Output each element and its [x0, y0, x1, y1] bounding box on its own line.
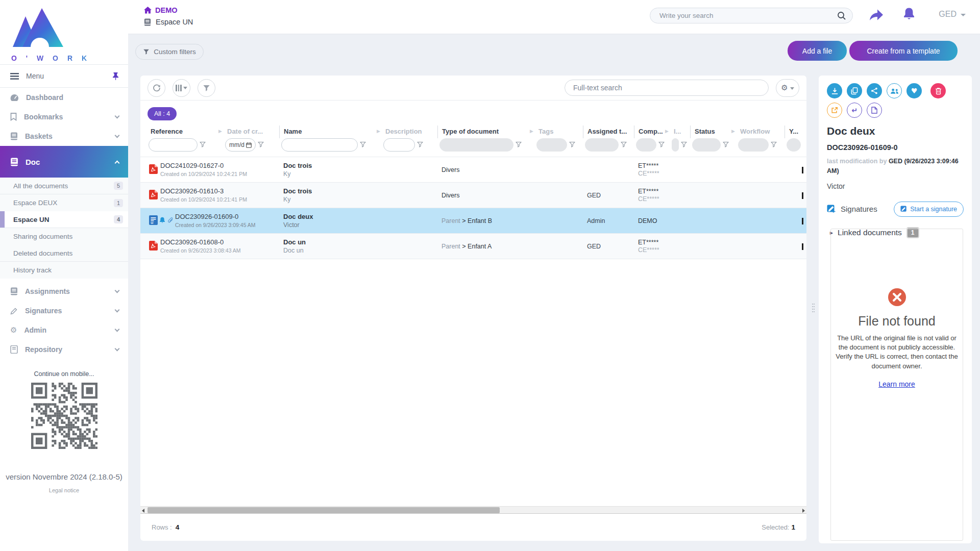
learn-more-link[interactable]: Learn more: [878, 380, 915, 388]
sidebar-item-espace-un[interactable]: Espace UN 4: [0, 211, 128, 228]
sidebar-item-doc[interactable]: Doc: [0, 146, 128, 178]
refresh-button[interactable]: [148, 79, 165, 97]
calendar-icon: [246, 142, 252, 148]
funnel-icon[interactable]: [621, 140, 627, 149]
sidebar-item-all-documents[interactable]: All the documents 5: [0, 178, 128, 194]
document-type: Parent > Enfant A: [442, 243, 530, 250]
column-date[interactable]: Date of cr...: [223, 126, 279, 138]
funnel-icon[interactable]: [771, 140, 777, 149]
horizontal-scrollbar[interactable]: [140, 506, 806, 514]
column-workflow[interactable]: Workflow: [736, 126, 785, 138]
start-signature-button[interactable]: Start a signature: [894, 202, 964, 217]
global-search-input[interactable]: [659, 12, 837, 19]
scroll-right-arrow[interactable]: [802, 509, 805, 513]
funnel-icon[interactable]: [723, 140, 729, 149]
column-i[interactable]: I...: [670, 126, 690, 138]
funnel-icon[interactable]: [569, 140, 575, 149]
sidebar-item-repository[interactable]: Repository: [0, 340, 128, 359]
column-tags[interactable]: Tags: [534, 126, 583, 138]
funnel-icon[interactable]: [417, 140, 423, 149]
sidebar-item-bookmarks[interactable]: Bookmarks: [0, 107, 128, 127]
funnel-icon[interactable]: [681, 140, 687, 149]
last-modification: last modification by GED (9/26/2023 3:09…: [827, 157, 964, 176]
panel-resize-handle[interactable]: [811, 304, 814, 312]
brand-wordmark: O ' W O R K: [11, 54, 128, 62]
scrollbar-thumb[interactable]: [148, 507, 500, 513]
download-button[interactable]: [827, 83, 842, 98]
funnel-icon[interactable]: [360, 140, 366, 149]
table-row-selected[interactable]: w DOC230926-01609-0 Created on 9/26/2023…: [140, 208, 806, 234]
sidebar-item-sharing-documents[interactable]: Sharing documents: [0, 228, 128, 245]
sidebar-item-dashboard[interactable]: Dashboard: [0, 88, 128, 107]
scroll-left-arrow[interactable]: [142, 509, 144, 513]
sidebar-item-assignments[interactable]: Assignments: [0, 282, 128, 301]
copy-button[interactable]: [847, 83, 862, 98]
signature-doc-icon: [900, 206, 907, 212]
breadcrumb-space[interactable]: Espace UN: [144, 18, 193, 26]
column-description[interactable]: Description: [381, 126, 437, 138]
bookmark-icon: [10, 113, 17, 121]
table-row[interactable]: DOC230926-01608-0 Created on 9/26/2023 3…: [140, 234, 806, 259]
assigned-to: GED: [587, 243, 630, 250]
return-button[interactable]: ↵: [847, 103, 862, 118]
column-status[interactable]: Status▶: [690, 126, 736, 138]
column-company[interactable]: Comp...▶: [634, 126, 670, 138]
sidebar-item-history-track[interactable]: History track: [0, 262, 128, 279]
chevron-down-icon: [115, 113, 120, 118]
error-circle-icon: [888, 288, 906, 307]
bell-icon[interactable]: [903, 7, 915, 21]
table-footer: Rows : 4 Selected: 1: [140, 514, 806, 541]
chevron-up-icon: [115, 160, 120, 165]
fulltext-search-input[interactable]: [573, 84, 760, 92]
sidebar-item-espace-deux[interactable]: Espace DEUX 1: [0, 194, 128, 211]
filter-reference-input[interactable]: [149, 138, 198, 152]
pin-icon[interactable]: [112, 72, 119, 80]
global-search: [650, 8, 853, 23]
search-icon[interactable]: [837, 11, 846, 20]
sidebar-item-admin[interactable]: ⚙ Admin: [0, 320, 128, 340]
column-type[interactable]: Type of document▶: [437, 126, 534, 138]
filter-description-input[interactable]: [383, 138, 415, 152]
filter-button[interactable]: [198, 79, 215, 97]
book-icon: [10, 132, 18, 140]
assign-users-button[interactable]: [887, 83, 902, 98]
column-reference[interactable]: Reference▶: [146, 126, 223, 138]
column-assigned[interactable]: Assigned t...: [583, 126, 634, 138]
share-button[interactable]: [867, 83, 882, 98]
table-row[interactable]: DOC230926-01610-3 Created on 10/29/2024 …: [140, 183, 806, 208]
pdf-icon: [149, 164, 158, 174]
share-icon[interactable]: [868, 8, 884, 21]
chevron-down-icon: [961, 14, 966, 16]
sidebar-item-deleted-documents[interactable]: Deleted documents: [0, 245, 128, 262]
app-logo[interactable]: O ' W O R K: [0, 0, 128, 64]
column-name[interactable]: Name▶: [279, 126, 381, 138]
favorite-button[interactable]: ♥: [906, 83, 922, 98]
legal-notice-link[interactable]: Legal notice: [0, 487, 128, 493]
column-y[interactable]: Y...: [785, 126, 806, 138]
hamburger-icon[interactable]: [10, 73, 19, 80]
table-row[interactable]: DOC241029-01627-0 Created on 10/29/2024 …: [140, 157, 806, 183]
create-from-template-button[interactable]: Create from a template: [849, 41, 958, 61]
top-header: DEMO Espace UN GED: [128, 0, 980, 34]
columns-button[interactable]: [173, 79, 190, 97]
funnel-icon[interactable]: [516, 140, 522, 149]
funnel-icon[interactable]: [658, 140, 665, 149]
breadcrumb-home[interactable]: DEMO: [144, 6, 193, 14]
delete-button[interactable]: [930, 83, 946, 98]
sidebar-item-signatures[interactable]: Signatures: [0, 301, 128, 320]
filter-date-input[interactable]: mm/d: [225, 138, 256, 152]
sidebar-item-baskets[interactable]: Baskets: [0, 127, 128, 146]
book-icon: [144, 18, 151, 26]
funnel-icon[interactable]: [200, 140, 206, 149]
table-settings-button[interactable]: ⚙: [776, 79, 799, 97]
paperclip-icon: [167, 217, 174, 224]
document-properties-button[interactable]: [867, 103, 882, 118]
account-menu[interactable]: GED: [939, 10, 966, 19]
funnel-icon[interactable]: [258, 140, 264, 149]
all-count-badge[interactable]: All : 4: [148, 107, 177, 120]
funnel-icon: [203, 84, 210, 92]
add-file-button[interactable]: Add a file: [788, 41, 847, 61]
open-external-button[interactable]: [827, 103, 842, 118]
custom-filters-button[interactable]: Custom filters: [135, 44, 204, 60]
filter-name-input[interactable]: [281, 138, 358, 152]
